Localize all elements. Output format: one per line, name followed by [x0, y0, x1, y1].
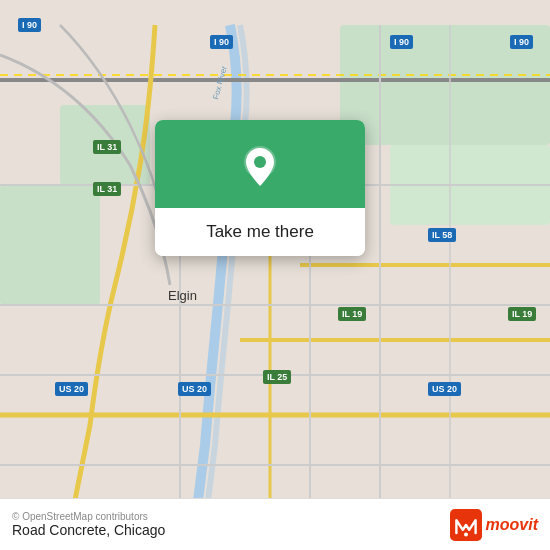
highway-label-i90-3: I 90	[390, 35, 413, 49]
location-name: Road Concrete, Chicago	[12, 522, 165, 538]
highway-label-i90-2: I 90	[210, 35, 233, 49]
location-pin-icon	[236, 142, 284, 190]
popup-card: Take me there	[155, 120, 365, 256]
popup-green-area	[155, 120, 365, 208]
svg-rect-4	[0, 185, 100, 305]
bottom-bar: © OpenStreetMap contributors Road Concre…	[0, 498, 550, 550]
highway-label-us20-2: US 20	[178, 382, 211, 396]
osm-credit: © OpenStreetMap contributors	[12, 511, 165, 522]
moovit-logo: moovit	[450, 509, 538, 541]
highway-label-i90-4: I 90	[510, 35, 533, 49]
highway-label-il58: IL 58	[428, 228, 456, 242]
city-label: Elgin	[168, 288, 197, 303]
highway-label-us20-3: US 20	[428, 382, 461, 396]
highway-label-us20-1: US 20	[55, 382, 88, 396]
take-me-there-button[interactable]: Take me there	[155, 208, 365, 256]
svg-point-9	[464, 532, 468, 536]
moovit-brand-icon	[450, 509, 482, 541]
highway-label-il19-2: IL 19	[508, 307, 536, 321]
highway-label-il25: IL 25	[263, 370, 291, 384]
highway-label-il31-2: IL 31	[93, 182, 121, 196]
map-container: Fox River I 90 I 90 I 90 I 90 IL 31 IL 3…	[0, 0, 550, 550]
svg-point-7	[254, 156, 266, 168]
highway-label-i90-1: I 90	[18, 18, 41, 32]
map-svg: Fox River	[0, 0, 550, 550]
highway-label-il31-1: IL 31	[93, 140, 121, 154]
bottom-left: © OpenStreetMap contributors Road Concre…	[12, 511, 165, 538]
moovit-text-label: moovit	[486, 516, 538, 534]
highway-label-il19-1: IL 19	[338, 307, 366, 321]
